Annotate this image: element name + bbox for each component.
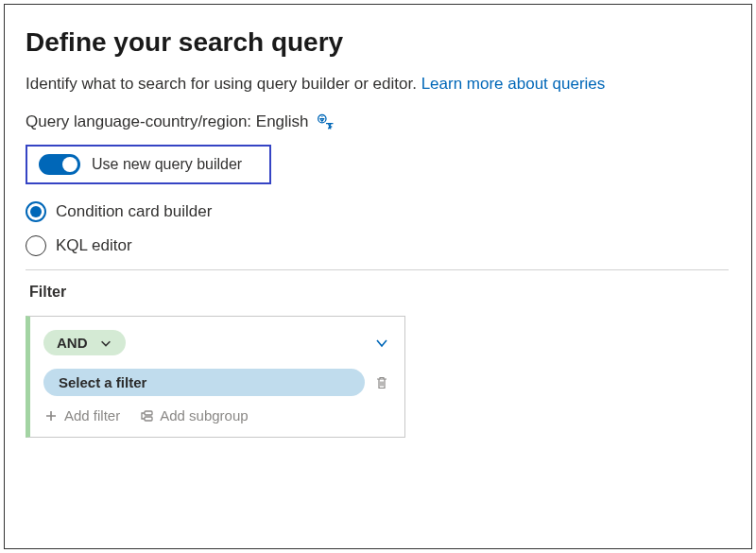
add-subgroup-button[interactable]: Add subgroup: [139, 407, 248, 423]
operator-label: AND: [57, 335, 88, 351]
toggle-knob: [62, 157, 77, 172]
filter-panel: AND Select a filter Add filter: [26, 316, 405, 438]
subtitle: Identify what to search for using query …: [26, 75, 729, 94]
select-filter-row: Select a filter: [43, 369, 389, 396]
add-filter-button[interactable]: Add filter: [43, 407, 120, 423]
subgroup-icon: [139, 408, 154, 423]
svg-rect-1: [145, 411, 152, 415]
language-region-row: Query language-country/region: English: [26, 112, 729, 131]
use-new-query-builder-toggle[interactable]: [39, 154, 80, 175]
page-title: Define your search query: [26, 27, 729, 58]
section-divider: [26, 269, 729, 270]
filter-heading: Filter: [29, 284, 729, 301]
operator-dropdown[interactable]: AND: [43, 330, 126, 355]
trash-icon[interactable]: [374, 375, 389, 390]
toggle-label: Use new query builder: [92, 156, 242, 173]
plus-icon: [43, 408, 59, 423]
add-subgroup-label: Add subgroup: [160, 407, 248, 423]
radio-kql-editor[interactable]: KQL editor: [26, 235, 729, 256]
radio-circle: [26, 235, 46, 256]
radio-label: KQL editor: [56, 236, 132, 255]
language-label: Query language-country/region: English: [26, 112, 309, 131]
add-filter-label: Add filter: [64, 407, 120, 423]
subtitle-text: Identify what to search for using query …: [26, 75, 421, 93]
radio-condition-card-builder[interactable]: Condition card builder: [26, 201, 729, 222]
learn-more-link[interactable]: Learn more about queries: [421, 75, 606, 93]
operator-row: AND: [43, 330, 389, 355]
translate-icon[interactable]: [317, 112, 335, 131]
svg-rect-2: [145, 417, 152, 421]
expand-chevron-icon[interactable]: [374, 336, 389, 351]
query-builder-toggle-box: Use new query builder: [26, 145, 271, 184]
radio-circle: [26, 201, 46, 222]
select-filter-dropdown[interactable]: Select a filter: [43, 369, 365, 396]
filter-actions: Add filter Add subgroup: [43, 407, 389, 423]
radio-label: Condition card builder: [56, 202, 212, 221]
chevron-down-icon: [99, 337, 112, 350]
radio-dot: [30, 206, 42, 217]
